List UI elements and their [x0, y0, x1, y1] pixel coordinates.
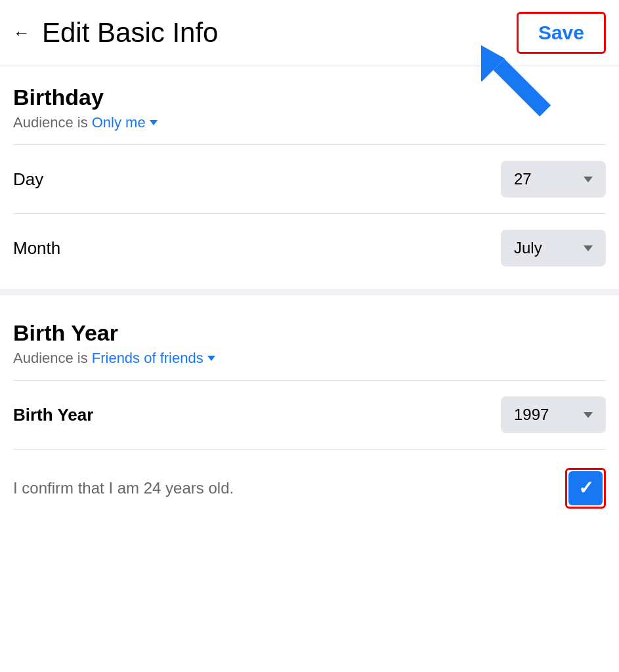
- birth-year-title: Birth Year: [13, 320, 606, 346]
- save-button-wrapper: Save: [517, 12, 606, 54]
- header: ← Edit Basic Info Save: [0, 0, 619, 66]
- month-row: Month July: [13, 213, 606, 282]
- header-left: ← Edit Basic Info: [13, 17, 218, 49]
- birth-year-audience-selector[interactable]: Friends of friends: [92, 350, 215, 367]
- birth-year-audience-row: Audience is Friends of friends: [13, 350, 606, 367]
- birthday-audience-selector[interactable]: Only me: [92, 114, 158, 131]
- confirm-text: I confirm that I am 24 years old.: [13, 479, 234, 497]
- birth-year-audience-label: Audience is: [13, 350, 88, 367]
- page-title: Edit Basic Info: [42, 17, 218, 49]
- month-dropdown-chevron-icon: [584, 245, 593, 251]
- save-button[interactable]: Save: [520, 15, 603, 51]
- birth-year-row: Birth Year 1997: [13, 380, 606, 449]
- day-value: 27: [514, 170, 532, 188]
- birth-year-audience-value: Friends of friends: [92, 350, 203, 367]
- month-label: Month: [13, 238, 60, 259]
- section-divider: [0, 289, 619, 295]
- checkmark-icon: ✓: [578, 479, 593, 497]
- day-dropdown[interactable]: 27: [501, 161, 606, 198]
- content: Birthday Audience is Only me Day 27 Mont…: [0, 66, 619, 527]
- birthday-audience-label: Audience is: [13, 114, 88, 131]
- birth-year-section: Birth Year Audience is Friends of friend…: [13, 302, 606, 380]
- month-dropdown[interactable]: July: [501, 230, 606, 266]
- confirm-checkbox[interactable]: ✓: [568, 471, 603, 505]
- confirm-row: I confirm that I am 24 years old. ✓: [13, 449, 606, 527]
- birth-year-dropdown-chevron-icon: [584, 412, 593, 418]
- birth-year-value: 1997: [514, 406, 549, 424]
- birthday-title: Birthday: [13, 85, 606, 110]
- birthday-audience-row: Audience is Only me: [13, 114, 606, 131]
- month-value: July: [514, 239, 542, 257]
- birth-year-audience-chevron-icon: [207, 356, 215, 361]
- birthday-audience-chevron-icon: [150, 120, 158, 125]
- day-label: Day: [13, 169, 43, 190]
- confirm-checkbox-wrapper: ✓: [565, 468, 606, 509]
- birthday-audience-value: Only me: [92, 114, 146, 131]
- birth-year-label: Birth Year: [13, 405, 93, 425]
- back-button[interactable]: ←: [13, 23, 30, 43]
- day-dropdown-chevron-icon: [584, 177, 593, 182]
- birth-year-dropdown[interactable]: 1997: [501, 396, 606, 433]
- day-row: Day 27: [13, 144, 606, 213]
- birthday-section: Birthday Audience is Only me: [13, 66, 606, 144]
